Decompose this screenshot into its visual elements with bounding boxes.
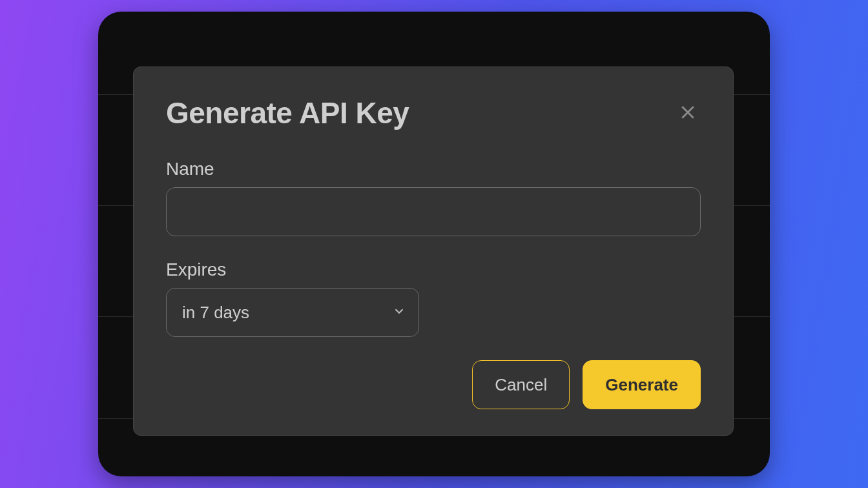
close-icon <box>678 103 698 124</box>
modal-header: Generate API Key <box>166 96 701 130</box>
name-label: Name <box>166 159 701 179</box>
panel-window: Generate API Key Name Expires in 7 days <box>98 12 770 476</box>
expires-select-wrap: in 7 days <box>166 288 419 337</box>
cancel-button-label: Cancel <box>495 375 547 395</box>
expires-field: Expires in 7 days <box>166 259 701 337</box>
modal-actions: Cancel Generate <box>166 360 701 409</box>
close-button[interactable] <box>675 100 701 126</box>
page-background: Generate API Key Name Expires in 7 days <box>0 0 868 488</box>
expires-label: Expires <box>166 259 701 280</box>
generate-button-label: Generate <box>605 375 678 395</box>
modal-title: Generate API Key <box>166 96 409 130</box>
name-field: Name <box>166 159 701 236</box>
generate-button[interactable]: Generate <box>583 360 701 409</box>
name-input[interactable] <box>166 187 701 236</box>
expires-select[interactable]: in 7 days <box>166 288 419 337</box>
cancel-button[interactable]: Cancel <box>472 360 570 409</box>
generate-api-key-modal: Generate API Key Name Expires in 7 days <box>133 66 734 436</box>
